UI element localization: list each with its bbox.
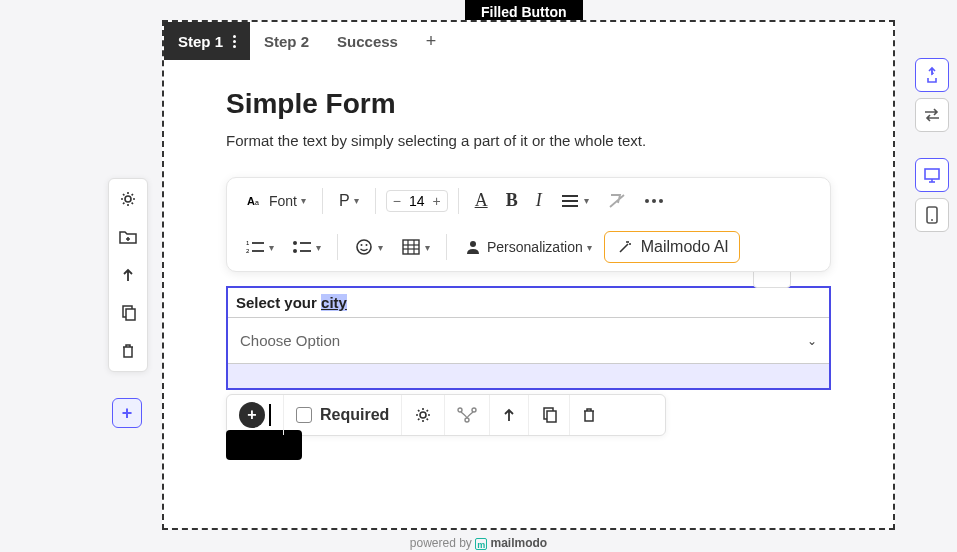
page-title[interactable]: Simple Form [226,88,831,120]
settings-tool[interactable] [118,189,138,209]
add-block-button[interactable]: + [112,398,142,428]
font-selector[interactable]: Aa Font ▾ [239,187,312,215]
svg-point-13 [357,240,371,254]
svg-point-9 [293,241,297,245]
add-tab-button[interactable]: + [412,31,450,52]
field-label[interactable]: Select your city [228,288,829,318]
text-cursor [269,404,271,426]
canvas: Step 1 Step 2 Success + Simple Form Form… [162,20,895,530]
italic-button[interactable]: I [530,186,548,215]
svg-text:1: 1 [246,240,250,246]
svg-point-24 [472,408,476,412]
tab-bar: Step 1 Step 2 Success + [164,22,893,60]
trash-icon [582,407,596,423]
chevron-down-icon: ▾ [316,242,321,253]
right-toolbar [915,58,949,232]
align-button[interactable]: ▾ [554,187,595,215]
dropdown-field[interactable]: Select your city Choose Option ⌄ [226,286,831,390]
footer: powered by m mailmodo [0,536,957,550]
delete-button[interactable] [570,395,608,435]
clear-format-icon [607,191,627,211]
gear-icon [414,406,432,424]
kebab-menu-icon[interactable] [233,35,236,48]
align-icon [560,191,580,211]
swap-tool[interactable] [915,98,949,132]
svg-point-21 [470,241,476,247]
svg-point-35 [931,219,933,221]
emoji-button[interactable]: ▾ [348,233,389,261]
interactive-tool[interactable] [915,58,949,92]
tab-step-2[interactable]: Step 2 [250,22,323,60]
table-icon [401,237,421,257]
field-footer-area[interactable] [228,364,829,388]
chevron-down-icon: ▾ [378,242,383,253]
add-folder-tool[interactable] [118,227,138,247]
text-color-button[interactable]: A [469,186,494,215]
svg-point-25 [465,418,469,422]
copy-button[interactable] [529,395,570,435]
svg-point-14 [361,244,363,246]
branch-icon [457,407,477,423]
bullet-list-button[interactable]: ▾ [286,233,327,261]
dropdown-select[interactable]: Choose Option ⌄ [228,318,829,364]
mailmodo-ai-button[interactable]: Mailmodo AI [604,231,740,263]
numbered-list-button[interactable]: 12 ▾ [239,233,280,261]
font-size-stepper[interactable]: − 14 + [386,190,448,212]
svg-text:2: 2 [246,248,250,254]
svg-rect-30 [126,309,135,320]
chevron-down-icon: ▾ [584,195,589,206]
text-toolbar: Aa Font ▾ P ▾ − 14 + A B I ▾ [226,177,831,272]
bullet-list-icon [292,237,312,257]
content-area: Simple Form Format the text by simply se… [164,60,893,460]
plus-circle-icon: + [239,402,265,428]
delete-tool[interactable] [118,341,138,361]
tab-success[interactable]: Success [323,22,412,60]
copy-tool[interactable] [118,303,138,323]
mobile-preview[interactable] [915,198,949,232]
left-toolbar [108,178,148,372]
svg-rect-16 [403,240,419,254]
personalization-button[interactable]: Personalization ▾ [457,233,598,261]
italic-icon: I [536,190,542,211]
svg-rect-27 [547,411,556,422]
more-button[interactable] [639,195,669,207]
move-up-tool[interactable] [118,265,138,285]
required-toggle[interactable]: Required [284,395,402,435]
font-icon: Aa [245,191,265,211]
clear-format-button[interactable] [601,187,633,215]
field-action-bar: + Required [226,394,666,436]
add-field-button[interactable]: + [227,395,284,435]
svg-point-23 [458,408,462,412]
chevron-down-icon: ▾ [425,242,430,253]
chevron-down-icon: ▾ [301,195,306,206]
checkbox-icon [296,407,312,423]
increase-size[interactable]: + [432,193,440,209]
chevron-down-icon: ▾ [354,195,359,206]
mailmodo-logo-icon: m [475,538,487,550]
table-button[interactable]: ▾ [395,233,436,261]
svg-rect-31 [925,169,939,179]
chevron-down-icon: ⌄ [807,334,817,348]
copy-icon [541,407,557,423]
settings-button[interactable] [402,395,445,435]
magic-wand-icon [615,237,635,257]
text-color-icon: A [475,190,488,211]
svg-point-11 [293,249,297,253]
branch-button[interactable] [445,395,490,435]
move-up-button[interactable] [490,395,529,435]
desktop-preview[interactable] [915,158,949,192]
page-subtitle[interactable]: Format the text by simply selecting a pa… [226,132,831,149]
svg-point-22 [420,412,426,418]
decrease-size[interactable]: − [393,193,401,209]
chevron-down-icon: ▾ [269,242,274,253]
svg-point-15 [366,244,368,246]
svg-text:a: a [255,199,259,206]
numbered-list-icon: 12 [245,237,265,257]
svg-point-28 [125,196,131,202]
tab-step-1[interactable]: Step 1 [164,22,250,60]
more-icon [645,199,663,203]
emoji-icon [354,237,374,257]
paragraph-selector[interactable]: P ▾ [333,188,365,214]
bold-icon: B [506,190,518,211]
bold-button[interactable]: B [500,186,524,215]
